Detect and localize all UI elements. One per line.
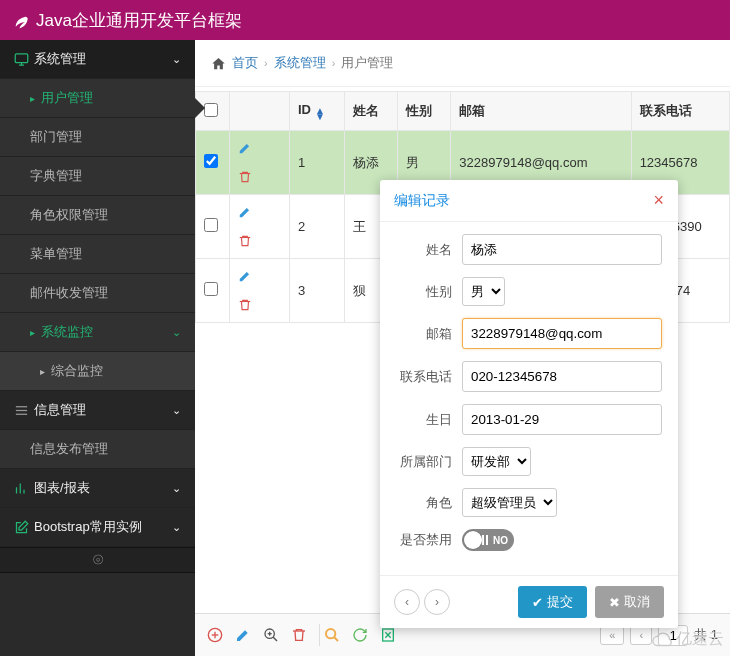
row-checkbox[interactable] [204,154,218,168]
label-gender: 性别 [396,283,462,301]
row-delete-icon[interactable] [238,298,281,312]
breadcrumb-home[interactable]: 首页 [232,54,258,72]
sidebar-item-menu-mgmt[interactable]: 菜单管理 [0,235,195,274]
col-email[interactable]: 邮箱 [451,92,631,131]
select-role[interactable]: 超级管理员 [462,488,557,517]
row-edit-icon[interactable] [238,141,281,155]
edit-icon [14,520,34,535]
label-role: 角色 [396,494,462,512]
sidebar-collapse[interactable]: ⦾ [0,547,195,573]
sidebar-item-info-publish[interactable]: 信息发布管理 [0,430,195,469]
prev-record[interactable]: ‹ [394,589,420,615]
app-header: Java企业通用开发平台框架 [0,0,730,40]
label-dept: 所属部门 [396,453,462,471]
svg-point-16 [326,629,335,638]
chevron-down-icon: ⌄ [172,482,181,495]
input-email[interactable] [462,318,662,349]
next-record[interactable]: › [424,589,450,615]
close-icon[interactable]: × [653,190,664,211]
chevron-down-icon: ⌄ [172,521,181,534]
row-checkbox[interactable] [204,218,218,232]
sort-icon: ▲▼ [315,108,325,120]
select-dept[interactable]: 研发部 [462,447,531,476]
cell-id: 1 [290,131,345,195]
cell-id: 3 [290,259,345,323]
col-gender[interactable]: 性别 [397,92,450,131]
row-delete-icon[interactable] [238,234,281,248]
toggle-disabled[interactable]: NO [462,529,514,551]
sidebar-section-info[interactable]: 信息管理⌄ [0,391,195,430]
col-id[interactable]: ID▲▼ [290,92,345,131]
export-button[interactable] [380,627,396,643]
delete-button[interactable] [291,627,307,643]
refresh-button[interactable] [352,627,368,643]
cancel-button[interactable]: ✖取消 [595,586,664,618]
breadcrumb-l1[interactable]: 系统管理 [274,54,326,72]
page-total: 共 1 [694,626,718,644]
search-button[interactable] [324,627,340,643]
input-name[interactable] [462,234,662,265]
sidebar-item-monitor-child[interactable]: ▸综合监控 [0,352,195,391]
check-icon: ✔ [532,595,543,610]
col-phone[interactable]: 联系电话 [631,92,729,131]
row-delete-icon[interactable] [238,170,281,184]
svg-rect-5 [16,413,27,414]
row-checkbox[interactable] [204,282,218,296]
label-disabled: 是否禁用 [396,531,462,549]
svg-line-13 [273,637,277,641]
sidebar-section-chart[interactable]: 图表/报表⌄ [0,469,195,508]
label-email: 邮箱 [396,325,462,343]
app-title: Java企业通用开发平台框架 [36,9,242,32]
x-icon: ✖ [609,595,620,610]
edit-modal: 编辑记录 × 姓名 性别男 邮箱 联系电话 生日 所属部门研发部 角色超级管理员… [380,180,678,628]
sidebar-item-mail-mgmt[interactable]: 邮件收发管理 [0,274,195,313]
breadcrumb-l2: 用户管理 [341,54,393,72]
page-first[interactable]: « [600,625,624,645]
submit-button[interactable]: ✔提交 [518,586,587,618]
desktop-icon [14,52,34,67]
select-gender[interactable]: 男 [462,277,505,306]
page-prev[interactable]: ‹ [630,625,652,645]
input-birthday[interactable] [462,404,662,435]
chevron-down-icon: ⌄ [172,53,181,66]
home-icon [211,56,226,71]
input-phone[interactable] [462,361,662,392]
chevron-down-icon: ⌄ [172,326,181,339]
modal-title: 编辑记录 [394,192,653,210]
col-name[interactable]: 姓名 [344,92,397,131]
svg-rect-4 [16,409,27,410]
list-icon [14,403,34,418]
row-edit-icon[interactable] [238,205,281,219]
sidebar: 系统管理 ⌄ ▸用户管理 部门管理 字典管理 角色权限管理 菜单管理 邮件收发管… [0,40,195,656]
sidebar-top-system[interactable]: 系统管理 ⌄ [0,40,195,79]
sidebar-item-role-mgmt[interactable]: 角色权限管理 [0,196,195,235]
edit-button[interactable] [235,627,251,643]
label-birthday: 生日 [396,411,462,429]
sidebar-item-dept-mgmt[interactable]: 部门管理 [0,118,195,157]
sidebar-item-monitor[interactable]: ▸系统监控⌄ [0,313,195,352]
svg-rect-0 [15,53,28,62]
leaf-icon [12,11,30,29]
sidebar-item-user-mgmt[interactable]: ▸用户管理 [0,79,195,118]
chevron-down-icon: ⌄ [172,404,181,417]
sidebar-section-bootstrap[interactable]: Bootstrap常用实例⌄ [0,508,195,547]
svg-rect-3 [16,406,27,407]
zoom-button[interactable] [263,627,279,643]
cell-id: 2 [290,195,345,259]
row-edit-icon[interactable] [238,269,281,283]
chart-icon [14,481,34,496]
label-phone: 联系电话 [396,368,462,386]
svg-line-17 [334,637,338,641]
breadcrumb: 首页 › 系统管理 › 用户管理 [195,40,730,87]
collapse-icon: ⦾ [93,552,103,567]
label-name: 姓名 [396,241,462,259]
select-all-checkbox[interactable] [204,103,218,117]
sidebar-item-dict-mgmt[interactable]: 字典管理 [0,157,195,196]
add-button[interactable] [207,627,223,643]
